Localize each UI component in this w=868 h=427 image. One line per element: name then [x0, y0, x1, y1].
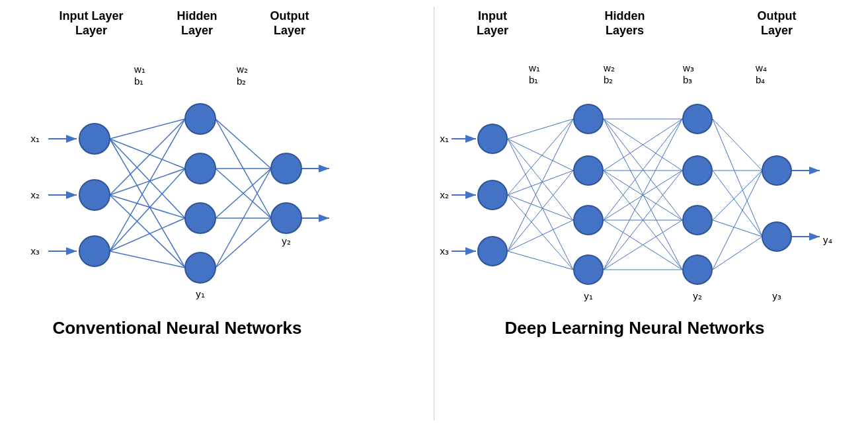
c-h21-o1 [713, 119, 762, 171]
left-input-header2: Layer [75, 24, 107, 37]
right-b2-label: b₂ [604, 74, 613, 85]
c-i1-h12 [508, 139, 573, 171]
left-hidden-node-4 [185, 252, 216, 283]
c-i3-h14 [508, 251, 573, 270]
right-w3-label: w₃ [682, 62, 694, 73]
left-w2-label: w₂ [236, 63, 248, 75]
conn-h4-o2 [216, 218, 271, 268]
right-input-node-1 [478, 124, 507, 153]
right-h1-node-4 [574, 255, 603, 284]
left-caption: Conventional Neural Networks [52, 318, 301, 338]
right-y3-label: y₃ [772, 290, 781, 301]
left-diagram-svg: Input Layer Layer Hidden Layer Output La… [25, 0, 409, 344]
left-input-node-3 [79, 236, 110, 266]
right-x1-label: x₁ [440, 133, 450, 144]
right-w4-label: w₄ [755, 62, 767, 73]
conn-i2-h1 [110, 119, 185, 195]
right-h1-node-3 [574, 206, 603, 235]
c-h24-o2 [713, 237, 762, 270]
c-h22-o2 [713, 171, 762, 237]
right-h2-node-3 [683, 206, 712, 235]
left-hidden-node-2 [185, 153, 216, 184]
left-input-node-2 [79, 180, 110, 210]
left-x1-label: x₁ [31, 133, 40, 144]
right-caption: Deep Learning Neural Networks [505, 318, 765, 338]
right-b4-label: b₄ [756, 74, 765, 85]
left-output-header2: Layer [274, 24, 305, 37]
left-y2-label: y₂ [282, 235, 291, 247]
right-hidden-header: Hidden [605, 9, 645, 22]
left-output-node-2 [271, 203, 301, 233]
left-output-node-1 [271, 153, 301, 184]
right-input-header: Input [478, 9, 507, 22]
right-w1-label: w₁ [528, 62, 540, 73]
right-output-node-2 [762, 222, 791, 251]
left-diagram-section: Input Layer Layer Hidden Layer Output La… [0, 0, 434, 427]
conn-i1-h2 [110, 139, 185, 169]
left-x2-label: x₂ [31, 189, 40, 200]
right-b3-label: b₃ [683, 74, 692, 85]
right-b1-label: b₁ [529, 74, 538, 85]
right-input-header2: Layer [477, 24, 508, 37]
right-h1-node-1 [574, 104, 603, 134]
conn-i1-h1 [110, 119, 185, 139]
right-x3-label: x₃ [440, 245, 450, 256]
right-h2-node-4 [683, 255, 712, 284]
conn-h1-o1 [216, 119, 271, 169]
left-w1-label: w₁ [134, 63, 145, 75]
left-hidden-node-1 [185, 104, 216, 134]
right-output-header: Output [758, 9, 797, 22]
conn-i3-h2 [110, 169, 185, 251]
conn-i3-h3 [110, 218, 185, 251]
c-i3-h13 [508, 220, 573, 251]
right-h1-node-2 [574, 156, 603, 185]
left-output-header: Output [270, 9, 309, 22]
right-w2-label: w₂ [603, 62, 615, 73]
left-hidden-header2: Layer [181, 24, 213, 37]
c-i2-h14 [508, 195, 573, 270]
right-y1-label: y₁ [584, 290, 593, 301]
right-y2-label: y₂ [693, 290, 702, 301]
left-hidden-header: Hidden [177, 9, 217, 22]
c-i1-h13 [508, 139, 573, 220]
right-y4-label: y₄ [823, 234, 832, 245]
c-i2-h11 [508, 119, 573, 195]
left-input-node-1 [79, 124, 110, 154]
right-diagram-section: Input Layer Hidden Layers Output Layer w… [434, 0, 868, 427]
right-input-node-2 [478, 180, 507, 210]
right-output-header2: Layer [761, 24, 793, 37]
c-i3-h11 [508, 119, 573, 251]
left-b2-label: b₂ [237, 75, 246, 87]
main-container: Input Layer Layer Hidden Layer Output La… [0, 0, 868, 427]
right-x2-label: x₂ [440, 189, 450, 200]
left-y1-label: y₁ [196, 288, 205, 299]
left-input-header: Input Layer [59, 9, 123, 22]
c-h23-o2 [713, 220, 762, 237]
right-h2-node-1 [683, 104, 712, 134]
conn-i2-h2 [110, 169, 185, 195]
conn-i1-h4 [110, 139, 185, 268]
c-i1-h11 [508, 119, 573, 139]
c-h24-o1 [713, 171, 762, 270]
left-x3-label: x₃ [31, 245, 40, 256]
right-h2-node-2 [683, 156, 712, 185]
conn-i3-h4 [110, 251, 185, 268]
c-i1-h14 [508, 139, 573, 270]
right-hidden-header2: Layers [606, 24, 644, 37]
right-input-node-3 [478, 237, 507, 266]
left-hidden-node-3 [185, 203, 216, 233]
right-diagram-svg: Input Layer Hidden Layers Output Layer w… [440, 0, 863, 344]
right-output-node-1 [762, 156, 791, 185]
left-b1-label: b₁ [134, 75, 143, 87]
